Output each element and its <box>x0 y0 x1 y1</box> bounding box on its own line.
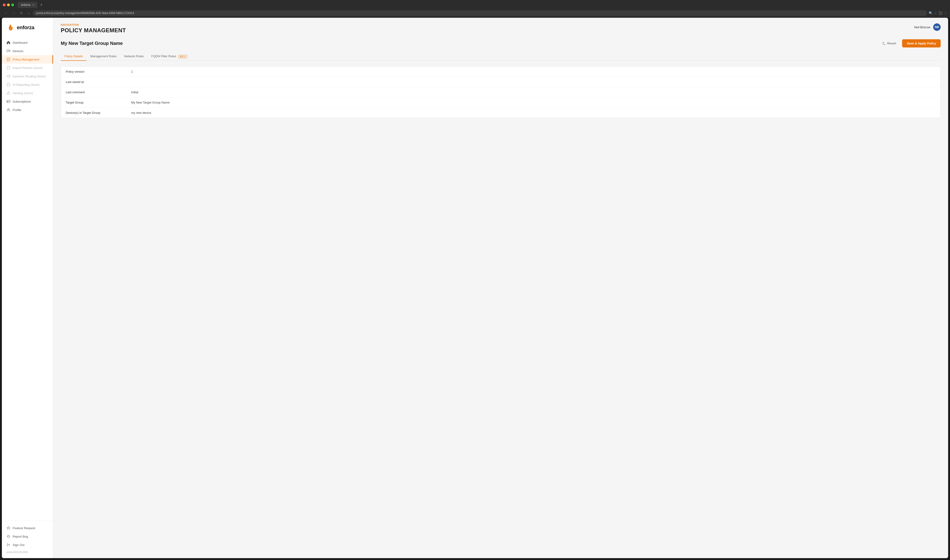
sidebar-label-import-policies: Import Policies (Soon) <box>12 66 43 70</box>
sidebar-item-dynamic-routing: Dynamic Routing (Soon) <box>2 72 53 80</box>
devices-in-target-group-value: my new device <box>131 111 936 114</box>
browser-tab[interactable]: enforza ✕ <box>18 2 37 8</box>
svg-marker-21 <box>7 526 10 529</box>
sidebar-label-policy-management: Policy Management <box>12 58 39 61</box>
close-dot[interactable] <box>3 3 6 6</box>
header-actions: Revert Save & Apply Policy <box>879 39 941 48</box>
revert-label: Revert <box>887 42 896 45</box>
minimize-dot[interactable] <box>7 3 10 6</box>
tab-management-rules[interactable]: Management Rules <box>86 52 120 61</box>
refresh-button[interactable]: ↻ <box>19 10 24 16</box>
sidebar-label-subscriptions: Subscriptions <box>12 100 31 103</box>
back-button[interactable]: ← <box>3 10 9 16</box>
content-header: My New Target Group Name Revert Save & A… <box>61 39 941 48</box>
logo: enforza <box>2 18 53 37</box>
home-icon <box>6 41 10 45</box>
sidebar-item-subscriptions[interactable]: Subscriptions <box>2 97 53 106</box>
svg-rect-17 <box>7 100 10 103</box>
sidebar-item-dashboard[interactable]: Dashboard <box>2 38 53 47</box>
bookmark-icon[interactable]: ☆ <box>934 11 937 15</box>
extensions-icon[interactable]: ⬛ <box>939 11 942 15</box>
tab-network-rules[interactable]: Network Rules <box>120 52 148 61</box>
policy-details-card: Policy version 1 Last saved at Last comm… <box>61 66 941 118</box>
sidebar-item-feature-request[interactable]: Feature Request <box>2 524 53 532</box>
version-label: portal-2024.09.23/01 <box>2 549 53 555</box>
devices-in-target-group-label: Device(s) in Target Group <box>66 111 131 114</box>
policy-version-value: 1 <box>131 70 936 73</box>
table-row: Device(s) in Target Group my new device <box>61 108 941 118</box>
svg-point-10 <box>9 75 10 76</box>
forward-button[interactable]: → <box>11 10 17 16</box>
browser-actions: 🔍 ☆ ⬛ ⋮ <box>929 11 947 15</box>
target-group-value: My New Target Group Name <box>131 101 936 104</box>
new-tab-icon[interactable]: + <box>40 3 42 7</box>
sidebar-label-dashboard: Dashboard <box>12 41 28 45</box>
tab-network-rules-label: Network Rules <box>124 54 144 58</box>
content-area: My New Target Group Name Revert Save & A… <box>53 34 948 558</box>
sidebar-item-import-policies: Import Policies (Soon) <box>2 63 53 72</box>
tab-title: enforza <box>21 3 31 6</box>
svg-point-20 <box>8 108 9 110</box>
svg-point-22 <box>8 536 9 538</box>
svg-point-9 <box>7 76 8 77</box>
sidebar-nav: Dashboard Devices Policy Mana <box>2 37 53 521</box>
beta-badge: BETA <box>179 55 187 58</box>
tab-policy-details[interactable]: Policy Details <box>61 52 86 61</box>
tab-close-icon[interactable]: ✕ <box>32 4 34 6</box>
table-row: Target Group My New Target Group Name <box>61 97 941 108</box>
last-comment-value: Initial <box>131 91 936 94</box>
sidebar-label-alerting: Alerting (Soon) <box>12 91 33 95</box>
tabs-bar: Policy Details Management Rules Network … <box>61 52 941 61</box>
browser-toolbar: ← → ↻ ⌂ 🔍 ☆ ⬛ ⋮ <box>3 9 947 18</box>
policy-icon <box>6 57 10 61</box>
table-row: Policy version 1 <box>61 67 941 77</box>
tab-fqdn-filter-rules[interactable]: FQDN Filter Rules BETA <box>148 52 191 61</box>
last-saved-label: Last saved at <box>66 80 131 84</box>
app-container: enforza Dashboard Devices <box>2 18 948 558</box>
sidebar-item-ai-reporting: AI Reporting (Soon) <box>2 80 53 89</box>
svg-line-26 <box>7 535 8 536</box>
main-content: NAVIGATION POLICY MANAGEMENT Neil Brisco… <box>53 18 948 558</box>
svg-line-27 <box>9 535 9 536</box>
reporting-icon <box>6 83 10 86</box>
logo-icon <box>6 23 15 32</box>
policy-version-label: Policy version <box>66 70 131 73</box>
routing-icon <box>6 74 10 78</box>
target-group-label: Target Group <box>66 101 131 104</box>
sidebar-item-alerting: Alerting (Soon) <box>2 89 53 97</box>
nav-label: NAVIGATION <box>61 23 126 26</box>
import-icon <box>6 66 10 70</box>
revert-button[interactable]: Revert <box>879 40 899 47</box>
sidebar-label-profile: Profile <box>12 108 21 112</box>
svg-rect-7 <box>7 66 10 69</box>
sidebar-item-policy-management[interactable]: Policy Management <box>2 55 53 63</box>
sidebar-label-sign-out: Sign Out <box>12 543 25 547</box>
sidebar-item-devices[interactable]: Devices <box>2 47 53 55</box>
save-label: Save & Apply Policy <box>907 42 936 45</box>
maximize-dot[interactable] <box>11 3 14 6</box>
last-comment-label: Last comment <box>66 91 131 94</box>
svg-line-12 <box>8 75 9 76</box>
svg-rect-19 <box>7 102 8 102</box>
sidebar-label-devices: Devices <box>12 49 23 53</box>
table-row: Last comment Initial <box>61 87 941 97</box>
feature-request-icon <box>6 526 10 530</box>
sidebar-bottom: Feature Request Report Bug <box>2 521 53 558</box>
address-bar[interactable] <box>33 10 927 16</box>
sidebar-item-sign-out[interactable]: Sign Out <box>2 541 53 549</box>
revert-icon <box>882 42 886 45</box>
content-title: My New Target Group Name <box>61 41 123 46</box>
tab-policy-details-label: Policy Details <box>65 54 83 58</box>
menu-icon[interactable]: ⋮ <box>944 11 947 15</box>
home-button[interactable]: ⌂ <box>26 10 31 16</box>
profile-icon <box>6 108 10 112</box>
svg-point-11 <box>9 77 10 78</box>
sign-out-icon <box>6 543 10 547</box>
sidebar-item-report-bug[interactable]: Report Bug <box>2 532 53 541</box>
page-header: NAVIGATION POLICY MANAGEMENT Neil Brisco… <box>53 18 948 34</box>
sidebar: enforza Dashboard Devices <box>2 18 53 558</box>
svg-rect-0 <box>7 50 9 51</box>
save-apply-button[interactable]: Save & Apply Policy <box>902 39 941 48</box>
sidebar-item-profile[interactable]: Profile <box>2 106 53 114</box>
sidebar-label-report-bug: Report Bug <box>12 535 28 538</box>
